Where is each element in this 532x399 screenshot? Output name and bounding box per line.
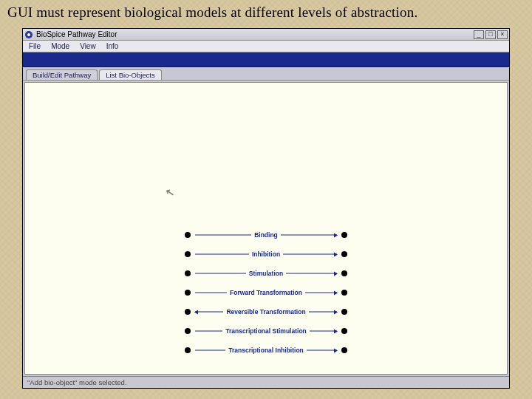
node-dot-icon [185,251,191,257]
page-caption: GUI must represent biological models at … [0,0,532,22]
node-dot-icon [341,251,347,257]
tab-row: Build/Edit Pathway List Bio-Objects [23,67,509,81]
maximize-button[interactable]: □ [485,30,496,39]
interaction-label: Reversible Transformation [223,308,308,316]
interaction-row[interactable]: Transcriptional Inhibition [185,342,347,358]
node-dot-icon [341,328,347,334]
interaction-row[interactable]: Forward Transformation [185,284,347,301]
interaction-label: Inhibition [249,250,283,258]
status-text: "Add bio-object" mode selected. [27,378,127,386]
status-bar: "Add bio-object" mode selected. [23,376,509,388]
node-dot-icon [341,270,347,276]
node-dot-icon [185,347,191,353]
cursor-icon: ↖ [165,185,176,199]
menu-file[interactable]: File [29,42,41,50]
interaction-label: Stimulation [246,270,286,277]
node-dot-icon [185,270,191,276]
app-window: BioSpice Pathway Editor _ □ × File Mode … [22,28,510,389]
interaction-row[interactable]: Reversible Transformation [185,304,347,320]
tab-build-edit[interactable]: Build/Edit Pathway [26,69,98,80]
window-control-group: _ □ × [474,30,508,39]
window-title: BioSpice Pathway Editor [36,30,474,38]
menu-mode[interactable]: Mode [51,42,69,50]
tab-list-bioobjects[interactable]: List Bio-Objects [99,69,162,80]
node-dot-icon [341,309,347,315]
node-dot-icon [341,232,347,238]
canvas-wrap: ↖ BindingInhibitionStimulationForward Tr… [23,81,509,376]
app-logo-icon [24,30,33,39]
menu-view[interactable]: View [80,42,96,50]
close-button[interactable]: × [497,30,508,39]
node-dot-icon [341,347,347,353]
interaction-label: Transcriptional Inhibition [225,347,307,354]
minimize-button[interactable]: _ [474,30,484,39]
node-dot-icon [341,290,347,296]
accent-bar [23,52,509,67]
interaction-label: Forward Transformation [227,289,305,296]
interaction-row[interactable]: Inhibition [185,246,347,262]
node-dot-icon [185,328,191,334]
titlebar: BioSpice Pathway Editor _ □ × [23,29,509,41]
interaction-label: Binding [251,231,281,239]
interaction-row[interactable]: Transcriptional Stimulation [185,323,347,339]
menubar: File Mode View Info [23,41,509,52]
pathway-canvas[interactable]: ↖ BindingInhibitionStimulationForward Tr… [24,82,508,375]
node-dot-icon [185,232,191,238]
interaction-row[interactable]: Binding [185,227,347,243]
svg-point-1 [27,33,30,36]
interaction-label: Transcriptional Stimulation [222,327,310,335]
node-dot-icon [185,309,191,315]
node-dot-icon [185,290,191,296]
menu-info[interactable]: Info [106,42,119,50]
interaction-row[interactable]: Stimulation [185,265,347,282]
